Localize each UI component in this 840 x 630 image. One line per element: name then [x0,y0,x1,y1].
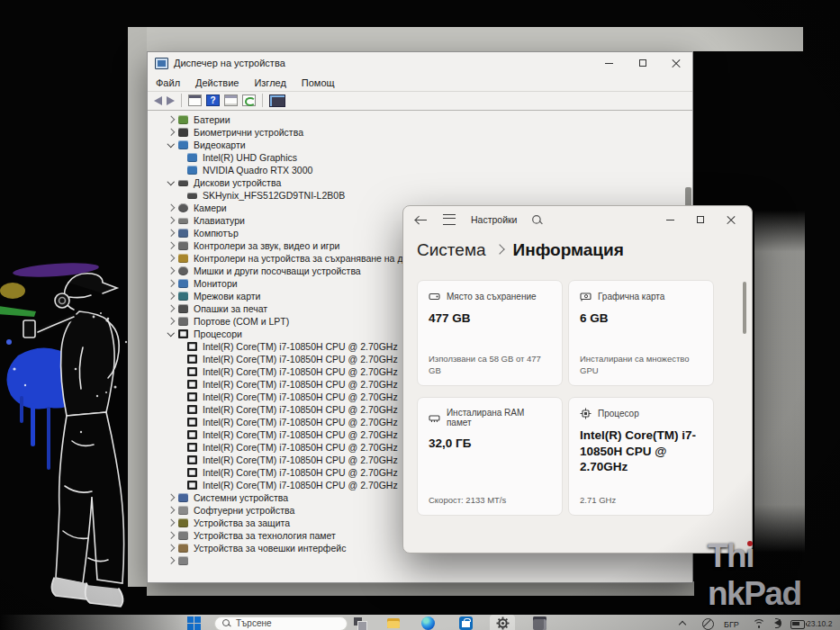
settings-titlebar[interactable]: Настройки [403,206,752,237]
forward-icon[interactable] [167,96,175,105]
maximize-button[interactable] [626,52,659,74]
wifi-icon[interactable] [753,619,764,628]
chevron-down-icon[interactable] [166,178,178,187]
graffiti-wallpaper-art [0,261,164,630]
chevron-right-icon[interactable] [166,493,178,502]
tree-item[interactable]: Батерии [148,113,683,126]
breadcrumb-system[interactable]: Система [417,240,486,260]
gpu-card: Графична карта 6 GB Инсталирани са множе… [568,280,714,386]
chevron-right-icon[interactable] [166,556,178,565]
chevron-right-icon[interactable] [166,115,178,124]
tree-item-label: Intel(R) Core(TM) i7-10850H CPU @ 2.70GH… [203,392,398,402]
chevron-right-icon[interactable] [166,229,178,238]
close-button[interactable] [716,210,746,230]
search-icon[interactable] [532,215,542,225]
storage-controller-icon [178,254,188,263]
tree-item-label: Intel(R) Core(TM) i7-10850H CPU @ 2.70GH… [203,454,398,465]
computer-icon[interactable] [269,94,285,107]
chevron-right-icon[interactable] [166,304,178,313]
scan-hardware-icon[interactable] [242,94,256,106]
battery-icon[interactable] [790,620,805,629]
cpu-icon [187,418,197,427]
cpu-icon [187,355,197,364]
chevron-down-icon[interactable] [166,329,178,338]
volume-icon[interactable] [774,619,781,626]
security-icon [178,518,188,527]
chevron-right-icon[interactable] [166,544,178,553]
minimize-button[interactable] [655,210,685,230]
cpu-icon [187,380,197,389]
taskbar-search[interactable]: Търсене [214,616,348,630]
task-view-button[interactable] [353,616,366,630]
chevron-right-icon[interactable] [166,279,178,288]
screen-glare-top [128,27,803,51]
chevron-right-icon[interactable] [166,506,178,515]
tree-item[interactable]: Intel(R) UHD Graphics [148,151,683,164]
back-icon[interactable] [416,215,428,225]
tree-item-label: Клавиатури [194,215,245,226]
chevron-right-icon[interactable] [166,241,178,250]
chevron-right-icon[interactable] [166,292,178,301]
cpu-icon [187,481,197,490]
maximize-button[interactable] [685,210,716,230]
breadcrumb: Система Информация [417,240,624,260]
device-manager-title: Диспечер на устройства [174,58,285,68]
menu-action[interactable]: Действие [195,77,239,88]
chevron-right-icon[interactable] [166,203,178,212]
tree-item-label: Intel(R) Core(TM) i7-10850H CPU @ 2.70GH… [203,354,398,364]
tree-item-label: Видеокарти [194,140,246,150]
properties-icon[interactable] [224,94,238,106]
disk-icon [178,180,188,186]
settings-scrollbar[interactable] [743,282,746,334]
chevron-right-icon[interactable] [166,266,178,275]
chevron-spacer [175,392,187,401]
chevron-right-icon[interactable] [166,531,178,540]
file-explorer-icon[interactable] [387,616,401,630]
settings-gear-icon[interactable] [496,616,510,630]
disk-icon [187,193,197,199]
cpu-icon [580,408,592,419]
help-icon[interactable] [206,94,220,106]
device-manager-taskbar-icon[interactable] [533,616,546,630]
tree-item[interactable]: Биометрични устройства [148,126,683,139]
language-indicator[interactable]: БГР [724,620,739,629]
tree-item-label: Intel(R) Core(TM) i7-10850H CPU @ 2.70GH… [203,366,398,377]
tree-item-label: Софтуерни устройства [194,505,294,516]
tree-item[interactable]: SKHynix_HFS512GD9TNI-L2B0B [148,189,683,202]
chevron-spacer [175,342,187,351]
menu-view[interactable]: Изглед [254,77,285,88]
tree-item-label: Биометрични устройства [194,127,303,138]
tree-item[interactable] [148,554,683,567]
minimize-button[interactable] [592,52,626,74]
card-label: Инсталирана RAM памет [447,408,551,428]
microsoft-store-icon[interactable] [459,616,473,630]
chevron-down-icon[interactable] [166,140,178,149]
notifications-off-icon[interactable] [702,618,714,630]
tray-chevron-up-icon[interactable] [679,620,686,627]
console-icon[interactable] [188,94,202,106]
device-manager-titlebar[interactable]: Диспечер на устройства [148,52,692,74]
tray-clock[interactable]: 23.10.2 [807,619,840,628]
tree-item-label: Дискови устройства [194,177,281,188]
chevron-right-icon[interactable] [166,128,178,137]
tree-item-label: NVIDIA Quadro RTX 3000 [203,165,312,176]
edge-browser-icon[interactable] [421,616,435,630]
page-title: Информация [513,240,624,260]
menu-file[interactable]: Файл [156,77,180,88]
chevron-right-icon[interactable] [166,317,178,326]
tree-item-label: Intel(R) Core(TM) i7-10850H CPU @ 2.70GH… [203,379,398,390]
tree-item[interactable]: NVIDIA Quadro RTX 3000 [148,164,683,176]
back-icon[interactable] [154,96,162,105]
tree-item[interactable]: Дискови устройства [148,176,683,189]
close-button[interactable] [659,52,692,74]
card-value: Intel(R) Core(TM) i7-10850H CPU @ 2.70GH… [580,428,702,475]
chevron-right-icon[interactable] [166,254,178,263]
tree-item[interactable]: Видеокарти [148,139,683,151]
ports-icon [178,317,188,326]
card-label: Графична карта [598,292,664,302]
menu-help[interactable]: Помощ [302,77,335,88]
laptop-photo: Диспечер на устройства Файл Действие Изг… [0,0,840,630]
chevron-right-icon[interactable] [166,518,178,527]
chevron-right-icon[interactable] [166,216,178,225]
hamburger-menu-icon[interactable] [443,214,456,225]
